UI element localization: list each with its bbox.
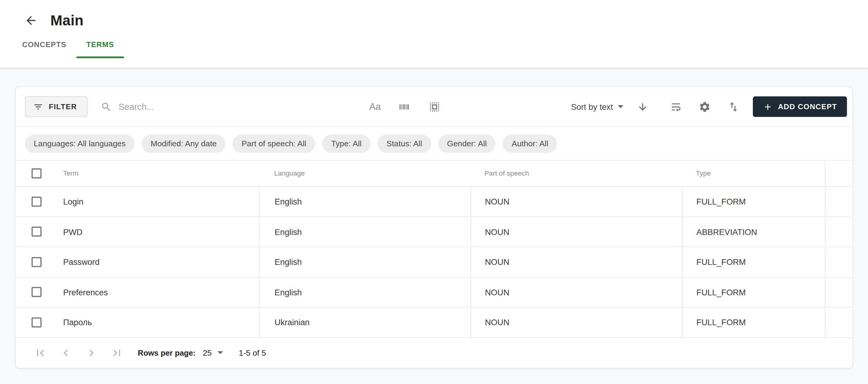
extra-cell — [825, 247, 852, 276]
filter-chip[interactable]: Part of speech: All — [233, 134, 315, 153]
language-text: English — [275, 257, 302, 267]
last-page-button[interactable] — [110, 346, 124, 359]
rows-per-page-caret-icon[interactable] — [218, 351, 223, 354]
search-icon — [101, 101, 112, 112]
case-sensitivity-toggle[interactable]: Aa — [369, 101, 381, 112]
tab-terms-label: TERMS — [86, 40, 114, 49]
filter-chip[interactable]: Gender: All — [438, 134, 496, 153]
filter-button[interactable]: FILTER — [25, 96, 88, 117]
previous-page-button[interactable] — [59, 346, 73, 359]
column-header-type: Type — [682, 161, 825, 186]
wrap-text-button[interactable] — [669, 99, 683, 114]
sort-label: Sort by text — [571, 102, 613, 111]
content-area: FILTER Aa — [0, 67, 868, 384]
term-text: Preferences — [63, 288, 108, 297]
tab-terms[interactable]: TERMS — [76, 30, 124, 58]
type-cell: FULL_FORM — [682, 307, 825, 337]
table-row[interactable]: LoginEnglishNOUNFULL_FORM — [16, 187, 852, 217]
pos-cell: NOUN — [470, 277, 682, 307]
column-header-pos-label: Part of speech — [484, 170, 529, 177]
arrow-back-icon — [24, 14, 38, 27]
term-cell: Preferences — [16, 277, 259, 307]
language-text: English — [275, 288, 302, 297]
pos-cell: NOUN — [470, 247, 682, 276]
extra-cell — [825, 217, 852, 246]
sort-direction-button[interactable] — [636, 99, 650, 114]
pos-text: NOUN — [485, 257, 509, 267]
back-button[interactable] — [24, 14, 38, 27]
chevron-right-icon — [85, 346, 98, 359]
add-concept-button[interactable]: ADD CONCEPT — [753, 96, 847, 117]
type-cell: FULL_FORM — [682, 187, 825, 216]
pos-text: NOUN — [485, 318, 509, 327]
type-cell: FULL_FORM — [682, 277, 825, 307]
language-cell: English — [259, 247, 471, 276]
extra-cell — [825, 277, 852, 307]
column-header-term-label: Term — [63, 170, 79, 177]
toolbar: FILTER Aa — [16, 87, 852, 127]
tab-concepts[interactable]: CONCEPTS — [12, 30, 76, 58]
column-header-language: Language — [259, 161, 471, 186]
term-cell: Password — [16, 247, 259, 276]
settings-button[interactable] — [698, 99, 712, 114]
select-all-checkbox[interactable] — [32, 168, 41, 178]
term-text: Password — [63, 257, 99, 267]
column-header-extra — [825, 161, 852, 186]
filter-icon — [33, 102, 43, 112]
toolbar-right-group: Sort by text — [571, 96, 847, 117]
column-header-type-label: Type — [696, 170, 711, 177]
row-checkbox[interactable] — [32, 197, 41, 207]
language-text: Ukrainian — [275, 318, 310, 327]
plus-icon — [763, 102, 773, 112]
page-range-label: 1-5 of 5 — [239, 348, 266, 357]
pos-text: NOUN — [485, 227, 509, 236]
barcode-toggle[interactable] — [397, 99, 411, 114]
rows-per-page-value[interactable]: 25 — [203, 348, 212, 357]
table-row[interactable]: ПарольUkrainianNOUNFULL_FORM — [16, 307, 852, 337]
type-text: FULL_FORM — [696, 197, 746, 206]
import-export-button[interactable] — [726, 99, 741, 114]
pos-cell: NOUN — [470, 307, 682, 337]
column-header-pos: Part of speech — [470, 161, 682, 186]
row-checkbox[interactable] — [32, 317, 41, 327]
filter-chip[interactable]: Type: All — [322, 134, 370, 153]
language-cell: English — [259, 277, 471, 307]
sort-dropdown[interactable]: Sort by text — [571, 102, 623, 111]
filter-chip[interactable]: Author: All — [503, 134, 557, 153]
language-text: English — [275, 227, 302, 236]
row-checkbox[interactable] — [32, 257, 41, 267]
pos-text: NOUN — [485, 288, 509, 297]
last-page-icon — [110, 346, 124, 359]
table-header-row: Term Language Part of speech Type — [16, 161, 852, 187]
page-title: Main — [50, 12, 84, 29]
search-input[interactable] — [119, 102, 296, 112]
type-text: ABBREVIATION — [696, 227, 757, 236]
language-cell: English — [259, 187, 471, 216]
table-row[interactable]: PWDEnglishNOUNABBREVIATION — [16, 217, 852, 247]
gear-icon — [699, 100, 711, 113]
column-header-language-label: Language — [274, 170, 305, 177]
term-text: PWD — [63, 227, 82, 236]
table-row[interactable]: PasswordEnglishNOUNFULL_FORM — [16, 247, 852, 277]
chevron-down-icon — [618, 105, 623, 108]
extra-cell — [825, 187, 852, 216]
import-export-icon — [727, 100, 740, 113]
row-checkbox[interactable] — [32, 227, 41, 237]
tab-bar: CONCEPTS TERMS — [0, 30, 868, 58]
select-all-toggle[interactable] — [427, 99, 442, 114]
table-row[interactable]: PreferencesEnglishNOUNFULL_FORM — [16, 277, 852, 307]
filter-chip[interactable]: Languages: All languages — [25, 134, 135, 153]
filter-chip[interactable]: Status: All — [378, 134, 431, 153]
language-cell: Ukrainian — [259, 307, 471, 337]
filter-chip[interactable]: Modified: Any date — [142, 134, 225, 153]
next-page-button[interactable] — [85, 346, 98, 359]
first-page-button[interactable] — [34, 346, 47, 359]
filter-chips-row: Languages: All languagesModified: Any da… — [16, 127, 852, 161]
filter-button-label: FILTER — [49, 102, 77, 111]
tab-concepts-label: CONCEPTS — [22, 40, 66, 49]
pagination-bar: Rows per page: 25 1-5 of 5 — [16, 337, 852, 367]
language-cell: English — [259, 217, 471, 246]
type-cell: ABBREVIATION — [682, 217, 825, 246]
row-checkbox[interactable] — [32, 287, 41, 297]
chevron-left-icon — [59, 346, 73, 359]
